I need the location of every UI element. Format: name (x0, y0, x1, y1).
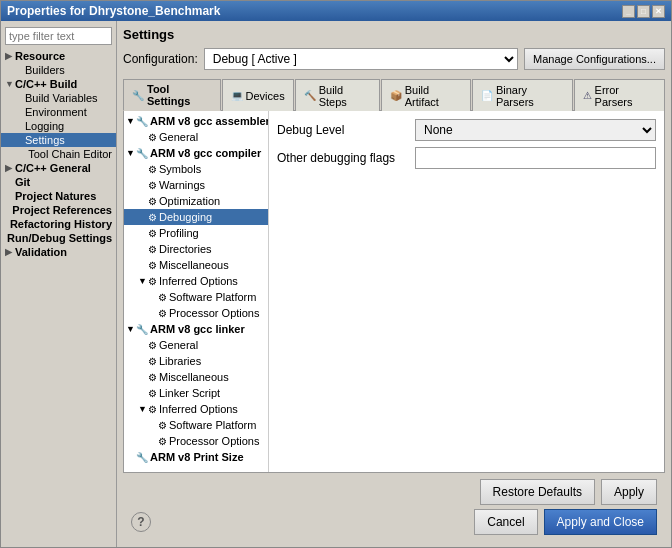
filter-input[interactable] (5, 27, 112, 45)
tab-tool-settings[interactable]: 🔧Tool Settings (123, 79, 221, 111)
tool-tree-item-processor-options-linker[interactable]: ⚙Processor Options (124, 433, 268, 449)
tree-item-icon: 🔧 (136, 148, 148, 159)
title-bar: Properties for Dhrystone_Benchmark _ □ ✕ (1, 1, 671, 21)
tab-label: Binary Parsers (496, 84, 564, 108)
settings-area: Debug Level None-g1-g2-g3 Other debuggin… (269, 111, 664, 472)
close-button[interactable]: ✕ (652, 5, 665, 18)
sidebar-item-refactoring-history[interactable]: Refactoring History (1, 217, 116, 231)
tool-tree-item-profiling[interactable]: ⚙Profiling (124, 225, 268, 241)
tool-tree-item-arm-linker[interactable]: ▼🔧ARM v8 gcc linker (124, 321, 268, 337)
tab-build-artifact[interactable]: 📦Build Artifact (381, 79, 471, 111)
tree-item-icon: ⚙ (148, 276, 157, 287)
tab-error-parsers[interactable]: ⚠Error Parsers (574, 79, 665, 111)
cancel-button[interactable]: Cancel (474, 509, 537, 535)
tool-tree-item-software-platform-linker[interactable]: ⚙Software Platform (124, 417, 268, 433)
tree-item-icon: ⚙ (148, 228, 157, 239)
tab-label: Error Parsers (595, 84, 656, 108)
tool-tree-item-miscellaneous-compiler[interactable]: ⚙Miscellaneous (124, 257, 268, 273)
tree-item-icon: ⚙ (158, 436, 167, 447)
tool-tree-item-arm-print-size[interactable]: 🔧ARM v8 Print Size (124, 449, 268, 465)
tree-toggle-icon: ▼ (126, 148, 134, 158)
tool-tree-item-label: ARM v8 Print Size (150, 451, 244, 463)
sidebar-item-validation[interactable]: ▶Validation (1, 245, 116, 259)
tabs-bar: 🔧Tool Settings💻Devices🔨Build Steps📦Build… (123, 78, 665, 111)
help-icon[interactable]: ? (131, 512, 151, 532)
sidebar-item-label: C/C++ Build (15, 78, 77, 90)
tool-tree-item-directories[interactable]: ⚙Directories (124, 241, 268, 257)
sidebar-item-cpp-build[interactable]: ▼C/C++ Build (1, 77, 116, 91)
tool-tree-item-label: Directories (159, 243, 212, 255)
sidebar-item-settings[interactable]: Settings (1, 133, 116, 147)
tool-tree-item-miscellaneous-linker[interactable]: ⚙Miscellaneous (124, 369, 268, 385)
tab-devices[interactable]: 💻Devices (222, 79, 294, 111)
tab-build-steps[interactable]: 🔨Build Steps (295, 79, 380, 111)
tree-item-icon: ⚙ (158, 420, 167, 431)
tool-tree-item-warnings[interactable]: ⚙Warnings (124, 177, 268, 193)
sidebar-item-resource[interactable]: ▶Resource (1, 49, 116, 63)
sidebar-item-environment[interactable]: Environment (1, 105, 116, 119)
tab-binary-parsers[interactable]: 📄Binary Parsers (472, 79, 573, 111)
sidebar-item-logging[interactable]: Logging (1, 119, 116, 133)
restore-defaults-button[interactable]: Restore Defaults (480, 479, 595, 505)
sidebar-item-project-references[interactable]: Project References (1, 203, 116, 217)
sidebar-item-git[interactable]: Git (1, 175, 116, 189)
panel-body: ▼🔧ARM v8 gcc assembler⚙General▼🔧ARM v8 g… (123, 111, 665, 473)
tree-item-icon: 🔧 (136, 116, 148, 127)
manage-configurations-button[interactable]: Manage Configurations... (524, 48, 665, 70)
tree-toggle-icon: ▶ (5, 163, 13, 173)
minimize-button[interactable]: _ (622, 5, 635, 18)
sidebar-item-label: Git (15, 176, 30, 188)
tab-label: Build Steps (319, 84, 371, 108)
tool-tree-item-symbols[interactable]: ⚙Symbols (124, 161, 268, 177)
sidebar-item-label: Environment (25, 106, 87, 118)
tab-label: Build Artifact (405, 84, 462, 108)
tool-tree-item-arm-assembler[interactable]: ▼🔧ARM v8 gcc assembler (124, 113, 268, 129)
tool-tree-item-debugging[interactable]: ⚙Debugging (124, 209, 268, 225)
other-flags-input[interactable] (415, 147, 656, 169)
maximize-button[interactable]: □ (637, 5, 650, 18)
sidebar-item-tool-chain-editor[interactable]: Tool Chain Editor (1, 147, 116, 161)
tree-toggle-icon: ▼ (5, 79, 13, 89)
sidebar-item-builders[interactable]: Builders (1, 63, 116, 77)
bottom-bar: Restore Defaults Apply ? Cancel Apply an… (123, 473, 665, 541)
tool-tree-item-label: Processor Options (169, 435, 259, 447)
title-bar-buttons: _ □ ✕ (622, 5, 665, 18)
config-row: Configuration: Debug [ Active ]Release M… (123, 48, 665, 70)
tree-toggle-icon: ▼ (126, 116, 134, 126)
debug-level-row: Debug Level None-g1-g2-g3 (277, 119, 656, 141)
sidebar-item-project-natures[interactable]: Project Natures (1, 189, 116, 203)
tree-item-icon: ⚙ (148, 164, 157, 175)
tool-tree-item-software-platform-compiler[interactable]: ⚙Software Platform (124, 289, 268, 305)
tool-tree-item-label: General (159, 131, 198, 143)
bottom-row2: ? Cancel Apply and Close (131, 509, 657, 535)
tool-tree-item-libraries[interactable]: ⚙Libraries (124, 353, 268, 369)
tab-label: Tool Settings (147, 83, 212, 107)
tool-tree-item-general-asm[interactable]: ⚙General (124, 129, 268, 145)
tool-tree-item-label: Profiling (159, 227, 199, 239)
apply-and-close-button[interactable]: Apply and Close (544, 509, 657, 535)
binary-parsers-icon: 📄 (481, 90, 493, 101)
sidebar-item-cpp-general[interactable]: ▶C/C++ General (1, 161, 116, 175)
debug-level-select[interactable]: None-g1-g2-g3 (415, 119, 656, 141)
tool-tree-item-label: ARM v8 gcc compiler (150, 147, 261, 159)
sidebar-item-run-debug-settings[interactable]: Run/Debug Settings (1, 231, 116, 245)
tree-item-icon: ⚙ (148, 180, 157, 191)
tree-toggle-icon: ▶ (5, 247, 13, 257)
sidebar-item-label: Tool Chain Editor (28, 148, 112, 160)
sidebar: ▶ResourceBuilders▼C/C++ BuildBuild Varia… (1, 21, 117, 547)
tool-tree-item-inferred-options-compiler[interactable]: ▼⚙Inferred Options (124, 273, 268, 289)
build-artifact-icon: 📦 (390, 90, 402, 101)
tool-tree-item-arm-compiler[interactable]: ▼🔧ARM v8 gcc compiler (124, 145, 268, 161)
tool-tree-item-linker-script[interactable]: ⚙Linker Script (124, 385, 268, 401)
tool-tree-item-inferred-options-linker[interactable]: ▼⚙Inferred Options (124, 401, 268, 417)
tool-tree-item-processor-options-compiler[interactable]: ⚙Processor Options (124, 305, 268, 321)
sidebar-item-build-variables[interactable]: Build Variables (1, 91, 116, 105)
tool-tree-item-general-linker[interactable]: ⚙General (124, 337, 268, 353)
config-select[interactable]: Debug [ Active ]Release (204, 48, 518, 70)
tree-item-icon: ⚙ (148, 340, 157, 351)
tool-tree-item-label: Software Platform (169, 291, 256, 303)
tree-item-icon: ⚙ (148, 356, 157, 367)
tool-tree-item-optimization[interactable]: ⚙Optimization (124, 193, 268, 209)
apply-button[interactable]: Apply (601, 479, 657, 505)
tool-tree-item-label: ARM v8 gcc linker (150, 323, 245, 335)
